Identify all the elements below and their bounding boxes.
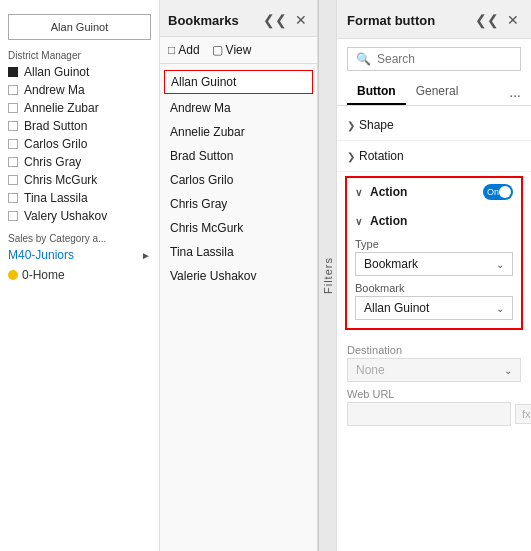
- district-checkbox[interactable]: [8, 139, 18, 149]
- m40-label: M40-Juniors: [8, 248, 74, 262]
- district-name: Tina Lassila: [24, 191, 88, 205]
- weburl-row: fx: [347, 402, 521, 426]
- m40-row[interactable]: M40-Juniors ►: [0, 246, 159, 264]
- action-header[interactable]: ∨ Action On: [347, 178, 521, 206]
- bookmark-item-active[interactable]: Allan Guinot: [164, 70, 313, 94]
- type-dropdown[interactable]: Bookmark ⌄: [355, 252, 513, 276]
- close-format-icon[interactable]: ✕: [505, 10, 521, 30]
- chevron-right-icon: ❯: [347, 120, 355, 131]
- chevron-expand-icon[interactable]: ❮❮: [473, 10, 501, 30]
- bookmark-item[interactable]: Brad Sutton: [160, 144, 317, 168]
- weburl-input: [347, 402, 511, 426]
- close-icon[interactable]: ✕: [293, 10, 309, 30]
- filters-sidebar[interactable]: Filters: [318, 0, 336, 551]
- bookmark-item[interactable]: Chris Gray: [160, 192, 317, 216]
- district-item-3[interactable]: Annelie Zubar: [0, 99, 159, 117]
- district-item-1[interactable]: Allan Guinot: [0, 63, 159, 81]
- home-dot: [8, 270, 18, 280]
- chevron-down-icon: ⌄: [496, 259, 504, 270]
- shape-label: Shape: [359, 118, 394, 132]
- bookmarks-title: Bookmarks: [168, 13, 239, 28]
- district-item-2[interactable]: Andrew Ma: [0, 81, 159, 99]
- format-panel: Format button ❮❮ ✕ 🔍 Button General ... …: [337, 0, 531, 551]
- district-checkbox[interactable]: [8, 85, 18, 95]
- district-checkbox[interactable]: [8, 103, 18, 113]
- bookmark-item[interactable]: Carlos Grilo: [160, 168, 317, 192]
- district-item-9[interactable]: Valery Ushakov: [0, 207, 159, 225]
- chevron-down-icon: ∨: [355, 187, 362, 198]
- rotation-section[interactable]: ❯ Rotation: [337, 141, 531, 172]
- district-checkbox[interactable]: [8, 121, 18, 131]
- bookmark-item[interactable]: Tina Lassila: [160, 240, 317, 264]
- tab-more-button[interactable]: ...: [509, 84, 521, 100]
- destination-dropdown: None ⌄: [347, 358, 521, 382]
- chevron-down-icon: ⌄: [504, 365, 512, 376]
- add-bookmark-button[interactable]: □ Add: [168, 43, 200, 57]
- search-icon: 🔍: [356, 52, 371, 66]
- action-section-label: Action: [370, 185, 407, 199]
- fx-button: fx: [515, 404, 531, 424]
- district-item-4[interactable]: Brad Sutton: [0, 117, 159, 135]
- action-sub-header[interactable]: ∨ Action: [355, 210, 513, 232]
- home-row[interactable]: 0-Home: [0, 264, 159, 286]
- type-field-label: Type: [355, 238, 513, 250]
- district-checkbox[interactable]: [8, 193, 18, 203]
- format-header: Format button ❮❮ ✕: [337, 0, 531, 39]
- shape-section[interactable]: ❯ Shape: [337, 110, 531, 141]
- action-sub-label: Action: [370, 214, 407, 228]
- bookmark-item[interactable]: Valerie Ushakov: [160, 264, 317, 288]
- district-name: Brad Sutton: [24, 119, 87, 133]
- district-label: District Manager: [0, 46, 159, 63]
- bookmark-value: Allan Guinot: [364, 301, 429, 315]
- tabs-row: Button General ...: [337, 79, 531, 106]
- type-value: Bookmark: [364, 257, 418, 271]
- bookmark-dropdown[interactable]: Allan Guinot ⌄: [355, 296, 513, 320]
- bookmark-item[interactable]: Annelie Zubar: [160, 120, 317, 144]
- action-header-left: ∨ Action: [355, 185, 407, 199]
- view-icon: ▢: [212, 43, 223, 57]
- district-name: Andrew Ma: [24, 83, 85, 97]
- action-section: ∨ Action On ∨ Action Type Bookmark ⌄: [345, 176, 523, 330]
- district-name: Carlos Grilo: [24, 137, 87, 151]
- district-item-7[interactable]: Chris McGurk: [0, 171, 159, 189]
- action-body: ∨ Action Type Bookmark ⌄ Bookmark Allan …: [347, 206, 521, 328]
- bookmarks-header: Bookmarks ❮❮ ✕: [160, 0, 317, 37]
- chevron-right-icon: ❯: [347, 151, 355, 162]
- view-label: View: [226, 43, 252, 57]
- tab-general[interactable]: General: [406, 79, 469, 105]
- district-dot: [8, 67, 18, 77]
- district-name: Valery Ushakov: [24, 209, 107, 223]
- filter-box[interactable]: Alan Guinot: [8, 14, 151, 40]
- bookmarks-panel: Bookmarks ❮❮ ✕ □ Add ▢ View Allan Guinot…: [160, 0, 318, 551]
- chevron-down-icon: ∨: [355, 216, 362, 227]
- left-panel: Alan Guinot District Manager Allan Guino…: [0, 0, 160, 551]
- district-name: Allan Guinot: [24, 65, 89, 79]
- bookmark-item[interactable]: Chris McGurk: [160, 216, 317, 240]
- search-box[interactable]: 🔍: [347, 47, 521, 71]
- district-item-6[interactable]: Chris Gray: [0, 153, 159, 171]
- district-item-8[interactable]: Tina Lassila: [0, 189, 159, 207]
- bookmark-item[interactable]: Andrew Ma: [160, 96, 317, 120]
- tab-button[interactable]: Button: [347, 79, 406, 105]
- home-label: 0-Home: [22, 268, 65, 282]
- district-checkbox[interactable]: [8, 211, 18, 221]
- district-item-5[interactable]: Carlos Grilo: [0, 135, 159, 153]
- destination-section: Destination None ⌄ Web URL fx: [337, 334, 531, 430]
- district-name: Annelie Zubar: [24, 101, 99, 115]
- view-bookmark-button[interactable]: ▢ View: [212, 43, 252, 57]
- district-checkbox[interactable]: [8, 175, 18, 185]
- format-header-right: ❮❮ ✕: [473, 10, 521, 30]
- sales-label: Sales by Category a...: [0, 225, 159, 246]
- toggle-dot: [499, 186, 511, 198]
- search-input[interactable]: [377, 52, 527, 66]
- toggle-on-label: On: [487, 187, 499, 197]
- action-toggle[interactable]: On: [483, 184, 513, 200]
- bookmarks-list: Allan Guinot Andrew Ma Annelie Zubar Bra…: [160, 64, 317, 551]
- rotation-label: Rotation: [359, 149, 404, 163]
- district-name: Chris Gray: [24, 155, 81, 169]
- bookmark-field-label: Bookmark: [355, 282, 513, 294]
- bookmarks-header-right: ❮❮ ✕: [261, 10, 309, 30]
- add-label: Add: [178, 43, 199, 57]
- chevron-left-icon[interactable]: ❮❮: [261, 10, 289, 30]
- district-checkbox[interactable]: [8, 157, 18, 167]
